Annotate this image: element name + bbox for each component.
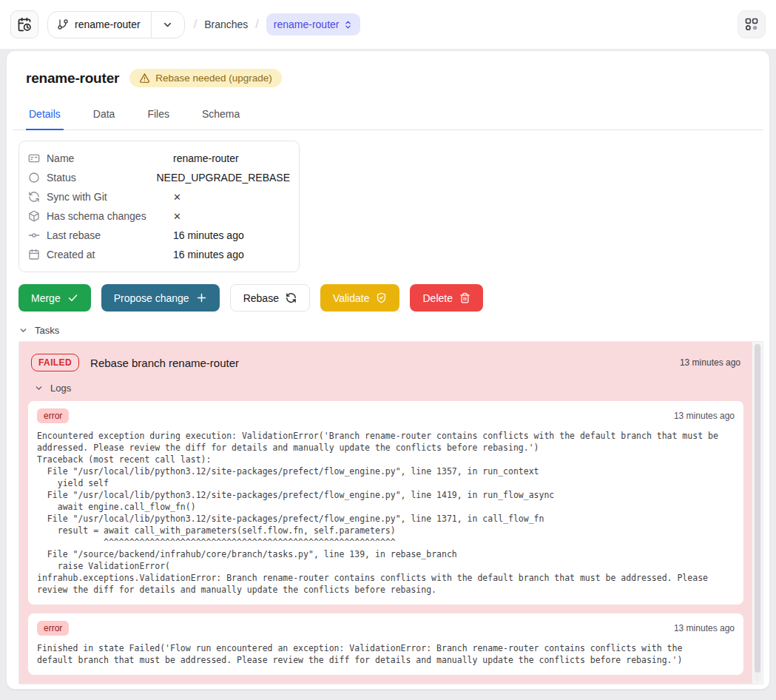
warning-triangle-icon [139, 73, 150, 84]
detail-label: Sync with Git [47, 191, 173, 203]
log-timestamp: 13 minutes ago [674, 623, 735, 633]
tab-schema[interactable]: Schema [199, 104, 243, 130]
detail-label: Name [47, 152, 173, 164]
detail-value: 16 minutes ago [173, 229, 244, 241]
top-bar: rename-router / Branches / rename-router [0, 0, 776, 49]
tasks-section-toggle[interactable]: Tasks [18, 323, 763, 337]
calendar-icon [28, 249, 40, 260]
task-row[interactable]: FAILED Rebase branch rename-router 13 mi… [19, 342, 752, 684]
task-title: Rebase branch rename-router [90, 357, 239, 369]
detail-value: rename-router [173, 152, 239, 164]
workflow-icon [744, 17, 759, 32]
breadcrumb-separator: / [255, 18, 258, 31]
tasks-section-label: Tasks [35, 325, 59, 336]
breadcrumb-current: rename-router [274, 18, 340, 30]
detail-row-sync-with-git: Sync with Git ✕ [28, 187, 290, 206]
detail-label: Last rebase [47, 229, 173, 241]
breadcrumb-separator: / [194, 18, 197, 31]
tabs: Details Data Files Schema [13, 104, 763, 130]
shield-check-icon [376, 292, 387, 303]
tasks-list: FAILED Rebase branch rename-router 13 mi… [18, 341, 763, 684]
breadcrumb-branches-link[interactable]: Branches [204, 18, 248, 30]
detail-row-status: Status NEED_UPGRADE_REBASE [28, 168, 290, 187]
detail-value: NEED_UPGRADE_REBASE [156, 172, 290, 184]
validate-button[interactable]: Validate [320, 284, 400, 312]
delete-button-label: Delete [422, 292, 452, 304]
git-branch-icon [57, 18, 69, 30]
logs-toggle[interactable]: Logs [34, 383, 743, 394]
chevrons-up-down-icon [343, 20, 353, 30]
log-timestamp: 13 minutes ago [674, 411, 735, 421]
git-commit-icon [28, 229, 40, 241]
tasks-scrollbar-thumb[interactable] [755, 344, 760, 673]
branch-selector[interactable]: rename-router [47, 11, 185, 38]
chevron-down-icon [18, 326, 28, 335]
chevron-down-icon [34, 383, 44, 393]
branch-details-panel: Name rename-router Status NEED_UPGRADE_R… [18, 141, 300, 272]
delete-button[interactable]: Delete [410, 284, 482, 312]
rebase-needed-badge: Rebase needed (upgrade) [129, 69, 282, 87]
propose-change-button[interactable]: Propose change [101, 284, 220, 312]
plus-icon [196, 292, 207, 303]
rebase-needed-badge-label: Rebase needed (upgrade) [155, 73, 272, 84]
log-message: Finished in state Failed('Flow run encou… [37, 642, 735, 666]
propose-change-button-label: Propose change [114, 292, 189, 304]
branch-detail-card: rename-router Rebase needed (upgrade) De… [6, 50, 770, 690]
branch-actions: Merge Propose change Rebase Validate Del… [18, 284, 763, 312]
package-icon [28, 210, 40, 222]
detail-row-last-rebase: Last rebase 16 minutes ago [28, 226, 290, 245]
rebase-button[interactable]: Rebase [230, 284, 310, 312]
refresh-icon [286, 292, 297, 303]
tab-details[interactable]: Details [26, 104, 64, 130]
detail-value-cross: ✕ [173, 211, 181, 222]
detail-row-created-at: Created at 16 minutes ago [28, 245, 290, 264]
merge-button-label: Merge [31, 292, 61, 304]
detail-label: Status [47, 172, 156, 184]
task-timestamp: 13 minutes ago [680, 357, 740, 368]
merge-button[interactable]: Merge [18, 284, 91, 312]
task-status-badge: FAILED [31, 354, 79, 371]
log-entry: error 13 minutes ago Finished in state F… [28, 613, 743, 675]
sync-icon [28, 191, 40, 203]
detail-row-has-schema-changes: Has schema changes ✕ [28, 206, 290, 226]
log-level-badge: error [37, 408, 69, 423]
detail-label: Has schema changes [47, 210, 173, 222]
trash-icon [459, 292, 470, 303]
breadcrumb-branch-select[interactable]: rename-router [266, 13, 361, 36]
tasks-scrollbar[interactable] [754, 343, 761, 682]
circle-icon [28, 172, 40, 184]
log-entry: error 13 minutes ago Encountered excepti… [28, 401, 743, 605]
breadcrumb: / Branches / rename-router [194, 13, 361, 36]
log-level-badge: error [37, 621, 69, 636]
detail-value: 16 minutes ago [173, 249, 244, 260]
tab-files[interactable]: Files [144, 104, 172, 130]
id-card-icon [28, 152, 40, 164]
apps-menu-button[interactable] [738, 10, 766, 38]
rebase-button-label: Rebase [243, 292, 279, 304]
logs-toggle-label: Logs [50, 383, 71, 394]
tab-data[interactable]: Data [90, 104, 118, 130]
chevron-down-icon [152, 12, 184, 38]
time-travel-button[interactable] [10, 10, 38, 38]
detail-value-cross: ✕ [173, 192, 181, 203]
log-message: Encountered exception during execution: … [37, 430, 735, 596]
detail-row-name: Name rename-router [28, 149, 290, 168]
calendar-clock-icon [17, 17, 32, 32]
page-title: rename-router [26, 70, 119, 87]
validate-button-label: Validate [333, 292, 370, 304]
check-icon [67, 292, 78, 303]
detail-label: Created at [47, 249, 173, 260]
branch-selector-value: rename-router [75, 18, 141, 30]
